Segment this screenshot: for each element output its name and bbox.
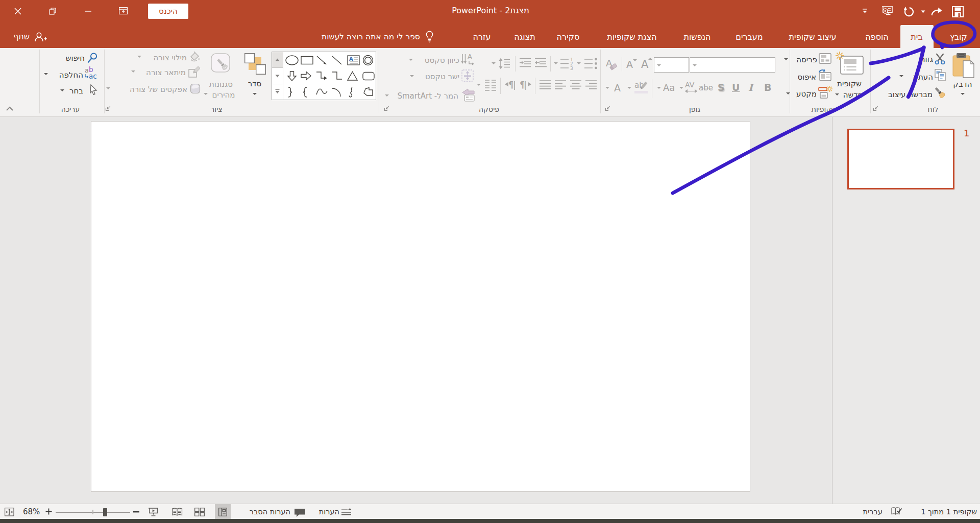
- collapse-ribbon-button[interactable]: [6, 106, 14, 111]
- shapes-scroll-down[interactable]: [272, 68, 283, 84]
- layout-button[interactable]: פריסה: [783, 53, 832, 66]
- language-label[interactable]: עברית: [863, 508, 883, 516]
- paste-button[interactable]: הדבק: [943, 50, 976, 98]
- notes-button[interactable]: הערות: [306, 504, 352, 519]
- bold-button[interactable]: B: [764, 82, 773, 94]
- reset-button[interactable]: איפוס: [783, 69, 832, 83]
- svg-text:A: A: [468, 53, 472, 60]
- highlight-button[interactable]: ab: [634, 81, 649, 96]
- font-dialog-launcher[interactable]: [605, 105, 611, 111]
- shape-right-arrow[interactable]: [300, 69, 314, 83]
- left-to-right-button[interactable]: ¶: [504, 80, 518, 91]
- cut-button[interactable]: גזור: [893, 52, 947, 66]
- shape-scribble[interactable]: [347, 85, 360, 99]
- font-size-combo[interactable]: [654, 57, 689, 73]
- select-button[interactable]: בחר: [59, 84, 100, 98]
- line-spacing-button[interactable]: [498, 57, 511, 70]
- decrease-indent-button[interactable]: [534, 57, 547, 70]
- layout-icon: [819, 53, 831, 64]
- text-shadow-button[interactable]: S: [718, 82, 727, 94]
- gallery-more-icon: [275, 89, 280, 94]
- replace-caret: [44, 73, 48, 75]
- thumbnail-pane: 1: [832, 117, 980, 504]
- shape-down-arrow[interactable]: [285, 69, 299, 83]
- quick-styles-button[interactable]: סגנונות מהירים: [203, 51, 239, 98]
- right-to-left-button[interactable]: ¶: [520, 80, 532, 91]
- shape-elbow-connector[interactable]: [331, 69, 345, 83]
- shapes-gallery-more[interactable]: [272, 84, 283, 100]
- copy-button[interactable]: העתק: [893, 68, 947, 82]
- shape-text-box[interactable]: A: [347, 53, 360, 67]
- spell-check-button[interactable]: [891, 507, 903, 517]
- shapes-scroll-up[interactable]: [272, 52, 283, 68]
- shape-left-brace[interactable]: [300, 85, 314, 99]
- shape-fill-icon: [189, 51, 201, 63]
- shape-effects-button[interactable]: אפקטים של צורה: [106, 83, 201, 95]
- zoom-slider-thumb[interactable]: [103, 508, 107, 516]
- align-justify-button[interactable]: [540, 80, 551, 91]
- columns-icon: [484, 79, 497, 91]
- bullets-button[interactable]: [584, 57, 598, 70]
- character-spacing-button[interactable]: AV: [685, 81, 697, 96]
- columns-button[interactable]: [484, 79, 497, 91]
- slide-thumbnail[interactable]: [847, 129, 954, 189]
- slide-sorter-view-button[interactable]: [194, 508, 205, 516]
- strikethrough-glyph: abe: [699, 83, 713, 92]
- font-name-combo[interactable]: [690, 57, 775, 73]
- zoom-in-button[interactable]: [45, 508, 52, 515]
- shape-oval-ring[interactable]: [362, 53, 376, 67]
- align-left-button[interactable]: [555, 80, 567, 91]
- clear-formatting-button[interactable]: A: [606, 58, 618, 71]
- arrange-button[interactable]: סדר: [243, 51, 267, 98]
- shape-fill-button[interactable]: מילוי צורה: [137, 51, 201, 63]
- shape-arc[interactable]: [331, 85, 345, 99]
- reset-label: איפוס: [797, 73, 816, 81]
- copy-dropdown-caret: [899, 75, 903, 77]
- shape-outline-button[interactable]: מיתאר צורה: [131, 66, 201, 78]
- shape-right-brace[interactable]: [285, 85, 299, 99]
- shape-freeform[interactable]: [362, 85, 376, 99]
- change-case-button[interactable]: Aa: [657, 82, 681, 96]
- shape-curve[interactable]: [316, 85, 330, 99]
- grow-font-button[interactable]: A: [641, 57, 653, 71]
- align-text-button[interactable]: ישר טקסט: [408, 69, 475, 83]
- strikethrough-button[interactable]: abe: [699, 83, 714, 94]
- underline-button[interactable]: U: [732, 82, 741, 94]
- reading-view-button[interactable]: [172, 508, 183, 516]
- normal-view-button[interactable]: [215, 504, 231, 519]
- drawing-dialog-launcher[interactable]: [105, 105, 111, 111]
- zoom-percent[interactable]: 68%: [23, 508, 40, 516]
- replace-button[interactable]: a b ac החלפה: [43, 67, 100, 82]
- shape-line[interactable]: [331, 53, 345, 67]
- text-direction-button[interactable]: A כיוון טקסט: [407, 53, 475, 67]
- shrink-font-button[interactable]: A: [626, 58, 638, 72]
- shape-isosceles-triangle[interactable]: [347, 69, 360, 83]
- shape-rectangle[interactable]: [300, 53, 314, 67]
- find-button[interactable]: חיפוש: [56, 52, 100, 65]
- numbering-button[interactable]: 1 2 3: [560, 57, 574, 70]
- slideshow-view-button[interactable]: [148, 508, 159, 517]
- new-slide-button[interactable]: שקופית חדשה: [833, 50, 868, 98]
- mini-separator: [500, 78, 501, 94]
- shape-rounded-rectangle[interactable]: [362, 69, 376, 83]
- font-color-button[interactable]: A: [605, 82, 631, 96]
- convert-smartart-button[interactable]: המר ל- SmartArt: [384, 88, 475, 102]
- clipboard-dialog-launcher[interactable]: [873, 105, 879, 111]
- italic-button[interactable]: I: [748, 82, 755, 94]
- shape-rectangle-icon: [301, 55, 314, 66]
- format-painter-button[interactable]: מברשת עיצוב: [874, 86, 947, 100]
- pane-divider[interactable]: [832, 117, 832, 504]
- captions-button[interactable]: הערות הסבר: [250, 504, 311, 519]
- section-button[interactable]: מקטע: [785, 86, 832, 100]
- increase-indent-button[interactable]: [519, 57, 531, 70]
- shape-oval[interactable]: [285, 53, 299, 67]
- align-center-button[interactable]: [570, 80, 582, 91]
- zoom-out-button[interactable]: [133, 511, 139, 513]
- format-painter-label: מברשת עיצוב: [888, 90, 933, 99]
- shape-elbow-arrow[interactable]: [316, 69, 330, 83]
- align-right-button[interactable]: [585, 80, 597, 91]
- shape-line-arrow[interactable]: [316, 53, 330, 67]
- fit-to-window-button[interactable]: [5, 508, 14, 516]
- slide-canvas[interactable]: [91, 121, 750, 492]
- paragraph-dialog-launcher[interactable]: [384, 105, 390, 111]
